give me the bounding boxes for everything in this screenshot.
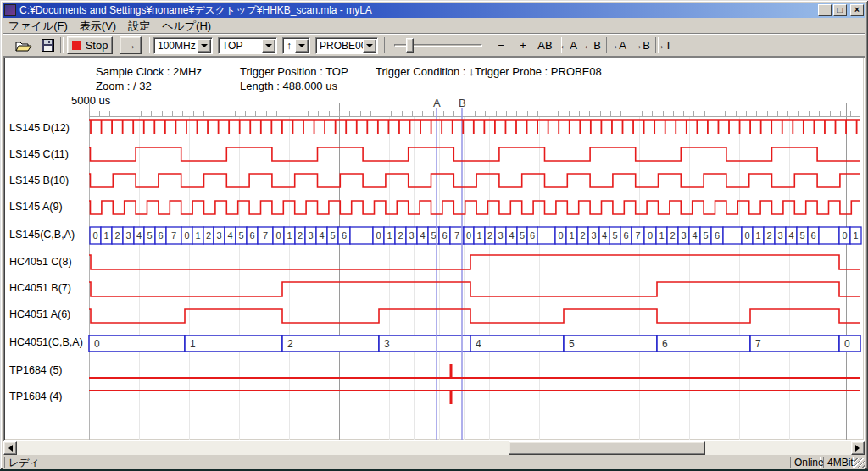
status-memory: 4MBit <box>823 457 854 468</box>
svg-text:5: 5 <box>330 230 335 241</box>
svg-text:3: 3 <box>777 230 782 241</box>
svg-text:5: 5 <box>703 230 708 241</box>
svg-text:6: 6 <box>158 230 163 241</box>
svg-text:0: 0 <box>648 230 653 241</box>
svg-text:1: 1 <box>755 230 760 241</box>
svg-text:5: 5 <box>238 230 243 241</box>
svg-text:1: 1 <box>387 230 392 241</box>
svg-text:3: 3 <box>384 338 390 350</box>
scrollbar-thumb[interactable] <box>509 441 705 455</box>
horizontal-scrollbar[interactable] <box>3 441 865 455</box>
arrow-left-icon <box>5 445 13 452</box>
svg-text:5: 5 <box>520 230 525 241</box>
svg-text:4: 4 <box>319 230 324 241</box>
svg-text:0: 0 <box>844 338 850 350</box>
svg-text:0: 0 <box>275 230 281 241</box>
status-online: Online <box>790 457 821 468</box>
svg-text:0: 0 <box>466 230 471 241</box>
svg-text:3: 3 <box>308 230 313 241</box>
svg-text:4: 4 <box>420 230 425 241</box>
svg-text:1: 1 <box>195 230 200 241</box>
svg-text:5: 5 <box>569 338 575 350</box>
svg-text:0: 0 <box>184 230 189 241</box>
svg-text:2: 2 <box>206 230 211 241</box>
svg-text:2: 2 <box>766 230 771 241</box>
status-ready: レディ <box>4 457 787 468</box>
svg-text:4: 4 <box>476 338 481 350</box>
svg-text:6: 6 <box>662 338 668 350</box>
scroll-left-button[interactable] <box>3 441 17 455</box>
svg-text:0: 0 <box>744 230 749 241</box>
svg-text:4: 4 <box>602 230 607 241</box>
svg-text:6: 6 <box>810 230 815 241</box>
svg-text:5: 5 <box>147 230 152 241</box>
svg-text:1: 1 <box>103 230 108 241</box>
svg-text:5: 5 <box>612 230 617 241</box>
svg-text:0: 0 <box>842 230 847 241</box>
svg-text:1: 1 <box>190 338 196 350</box>
svg-text:0: 0 <box>376 230 381 241</box>
svg-text:0: 0 <box>558 230 563 241</box>
svg-text:4: 4 <box>227 230 232 241</box>
svg-text:3: 3 <box>498 230 503 241</box>
svg-text:7: 7 <box>755 338 761 350</box>
svg-text:5: 5 <box>431 230 436 241</box>
svg-text:1: 1 <box>659 230 664 241</box>
waveform-svg: 0123456701234567012345601234567012345601… <box>0 0 868 471</box>
svg-text:6: 6 <box>530 230 535 241</box>
svg-text:6: 6 <box>249 230 254 241</box>
svg-text:2: 2 <box>398 230 403 241</box>
svg-text:3: 3 <box>216 230 221 241</box>
svg-text:3: 3 <box>125 230 131 241</box>
resize-grip-icon[interactable] <box>854 458 865 468</box>
svg-text:0: 0 <box>94 338 100 350</box>
status-bar: レディ Online 4MBit <box>3 456 865 469</box>
svg-text:3: 3 <box>409 230 414 241</box>
svg-text:3: 3 <box>591 230 596 241</box>
svg-text:2: 2 <box>487 230 492 241</box>
svg-text:6: 6 <box>442 230 447 241</box>
svg-text:4: 4 <box>788 230 793 241</box>
scroll-right-button[interactable] <box>851 441 865 455</box>
svg-text:2: 2 <box>670 230 675 241</box>
svg-text:6: 6 <box>715 230 720 241</box>
svg-text:B: B <box>459 97 466 109</box>
svg-text:4: 4 <box>509 230 514 241</box>
window-frame: C:¥Documents and Settings¥noname¥デスクトップ¥… <box>0 0 868 469</box>
svg-text:A: A <box>433 97 441 109</box>
svg-text:2: 2 <box>114 230 120 241</box>
svg-text:7: 7 <box>171 230 176 241</box>
svg-text:4: 4 <box>692 230 697 241</box>
app-window: C:¥Documents and Settings¥noname¥デスクトップ¥… <box>0 0 868 471</box>
svg-text:3: 3 <box>681 230 686 241</box>
svg-text:7: 7 <box>454 230 459 241</box>
svg-text:6: 6 <box>623 230 628 241</box>
svg-text:0: 0 <box>92 230 97 241</box>
svg-text:1: 1 <box>287 230 292 241</box>
svg-text:1: 1 <box>476 230 481 241</box>
svg-text:2: 2 <box>287 338 293 350</box>
svg-text:4: 4 <box>136 230 142 241</box>
svg-text:6: 6 <box>342 230 347 241</box>
svg-text:5: 5 <box>799 230 804 241</box>
svg-text:1: 1 <box>853 230 858 241</box>
svg-text:7: 7 <box>635 230 640 241</box>
svg-text:2: 2 <box>298 230 303 241</box>
arrow-right-icon <box>855 445 863 452</box>
svg-text:2: 2 <box>580 230 585 241</box>
svg-text:7: 7 <box>263 230 268 241</box>
svg-text:1: 1 <box>569 230 574 241</box>
